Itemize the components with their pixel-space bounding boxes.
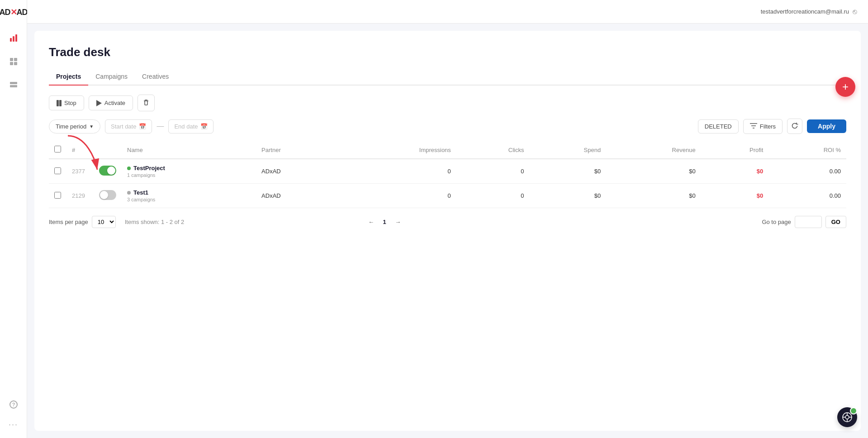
refresh-button[interactable] bbox=[787, 119, 802, 134]
row-checkbox-cell-1 bbox=[49, 184, 66, 208]
end-date-placeholder: End date bbox=[174, 123, 198, 130]
end-date-input[interactable]: End date 📅 bbox=[168, 119, 213, 133]
logo[interactable]: AD✕AD bbox=[0, 7, 28, 17]
row-partner-1: ADxAD bbox=[256, 184, 339, 208]
header-partner[interactable]: Partner bbox=[256, 141, 339, 159]
row-partner-0: ADxAD bbox=[256, 159, 339, 184]
time-period-filter[interactable]: Time period ▼ bbox=[49, 119, 100, 133]
go-to-page-label: Go to page bbox=[762, 219, 791, 225]
chevron-down-icon: ▼ bbox=[89, 124, 94, 129]
svg-rect-6 bbox=[14, 62, 17, 65]
row-roi-1: 0.00 bbox=[768, 184, 846, 208]
start-date-input[interactable]: Start date 📅 bbox=[105, 119, 152, 133]
items-per-page: Items per page 10 25 50 bbox=[49, 216, 116, 228]
row-profit-0: $0 bbox=[701, 159, 769, 184]
table-row: 2129 Test1 3 campaigns ADxAD 0 0 $0 $0 $… bbox=[49, 184, 846, 208]
svg-rect-5 bbox=[10, 62, 13, 65]
row-toggle-cell-1[interactable] bbox=[94, 184, 122, 208]
row-checkbox-1[interactable] bbox=[54, 192, 61, 199]
filters-label: Filters bbox=[760, 123, 776, 130]
header-revenue[interactable]: Revenue bbox=[606, 141, 701, 159]
tab-projects[interactable]: Projects bbox=[49, 68, 88, 86]
row-impressions-1: 0 bbox=[339, 184, 456, 208]
svg-rect-1 bbox=[13, 36, 14, 42]
tab-campaigns[interactable]: Campaigns bbox=[88, 68, 135, 86]
card-icon[interactable] bbox=[7, 79, 20, 91]
stop-button[interactable]: Stop bbox=[49, 95, 84, 110]
row-toggle-1[interactable] bbox=[99, 190, 116, 200]
row-revenue-1: $0 bbox=[606, 184, 701, 208]
trash-icon bbox=[142, 99, 150, 107]
go-to-page-input[interactable] bbox=[795, 216, 822, 228]
row-id-0: 2377 bbox=[66, 159, 94, 184]
header-checkbox-cell bbox=[49, 141, 66, 159]
go-to-page: Go to page GO bbox=[762, 216, 846, 228]
main-area: testadvertforcreationcam@mail.ru ⎋ Trade… bbox=[27, 0, 868, 438]
header-profit[interactable]: Profit bbox=[701, 141, 769, 159]
projects-table: # Name Partner Impressions Clicks Spend … bbox=[49, 141, 846, 208]
topbar: testadvertforcreationcam@mail.ru ⎋ bbox=[27, 0, 868, 24]
filter-bar: Time period ▼ Start date 📅 — End date 📅 … bbox=[49, 119, 846, 134]
row-checkbox-0[interactable] bbox=[54, 167, 61, 174]
start-date-placeholder: Start date bbox=[111, 123, 136, 130]
filter-right: DELETED Filters bbox=[698, 119, 846, 134]
header-impressions[interactable]: Impressions bbox=[339, 141, 456, 159]
row-sub-0: 1 campaigns bbox=[127, 172, 251, 178]
logo-text: AD bbox=[0, 8, 10, 17]
row-name-cell-1[interactable]: Test1 3 campaigns bbox=[122, 184, 256, 208]
table-row: 2377 TestProject 1 campaigns ADxAD 0 0 $… bbox=[49, 159, 846, 184]
calendar-end-icon: 📅 bbox=[200, 123, 208, 130]
select-all-checkbox[interactable] bbox=[54, 146, 61, 152]
next-page-button[interactable]: → bbox=[392, 215, 404, 228]
row-checkbox-cell-0 bbox=[49, 159, 66, 184]
support-button[interactable] bbox=[837, 407, 857, 427]
row-name-cell-0[interactable]: TestProject 1 campaigns bbox=[122, 159, 256, 184]
pagination: Items per page 10 25 50 Items shown: 1 -… bbox=[49, 215, 846, 228]
row-revenue-0: $0 bbox=[606, 159, 701, 184]
go-button[interactable]: GO bbox=[825, 216, 846, 228]
grid-icon[interactable] bbox=[7, 55, 20, 68]
user-info: testadvertforcreationcam@mail.ru ⎋ bbox=[761, 8, 857, 16]
calendar-icon: 📅 bbox=[139, 123, 146, 130]
add-project-button[interactable]: + bbox=[835, 77, 855, 97]
current-page[interactable]: 1 bbox=[383, 219, 386, 225]
go-label: GO bbox=[831, 219, 840, 225]
header-clicks[interactable]: Clicks bbox=[456, 141, 530, 159]
activate-button[interactable]: Activate bbox=[89, 95, 133, 110]
chart-icon[interactable] bbox=[7, 32, 20, 44]
row-clicks-1: 0 bbox=[456, 184, 530, 208]
content-area: Trade desk Projects Campaigns Creatives … bbox=[34, 31, 861, 431]
row-clicks-0: 0 bbox=[456, 159, 530, 184]
logout-icon[interactable]: ⎋ bbox=[853, 8, 857, 16]
table-body: 2377 TestProject 1 campaigns ADxAD 0 0 $… bbox=[49, 159, 846, 208]
delete-button[interactable] bbox=[138, 95, 155, 111]
deleted-label: DELETED bbox=[705, 123, 732, 130]
header-roi[interactable]: ROI % bbox=[768, 141, 846, 159]
apply-button[interactable]: Apply bbox=[807, 119, 846, 133]
row-profit-1: $0 bbox=[701, 184, 769, 208]
header-spend[interactable]: Spend bbox=[529, 141, 606, 159]
row-roi-0: 0.00 bbox=[768, 159, 846, 184]
row-spend-0: $0 bbox=[529, 159, 606, 184]
row-toggle-0[interactable] bbox=[99, 166, 116, 176]
more-icon[interactable]: ··· bbox=[7, 418, 20, 431]
svg-rect-2 bbox=[15, 34, 17, 42]
help-icon[interactable]: ? bbox=[7, 398, 20, 411]
apply-label: Apply bbox=[818, 123, 835, 130]
deleted-button[interactable]: DELETED bbox=[698, 119, 739, 133]
row-toggle-cell-0[interactable] bbox=[94, 159, 122, 184]
items-per-page-label: Items per page bbox=[49, 219, 88, 225]
header-name[interactable]: Name bbox=[122, 141, 256, 159]
items-per-page-select[interactable]: 10 25 50 bbox=[92, 216, 116, 228]
prev-page-button[interactable]: ← bbox=[365, 215, 378, 228]
table-header-row: # Name Partner Impressions Clicks Spend … bbox=[49, 141, 846, 159]
stop-label: Stop bbox=[64, 100, 76, 106]
filters-button[interactable]: Filters bbox=[743, 119, 783, 134]
activate-icon bbox=[96, 100, 102, 106]
tab-creatives[interactable]: Creatives bbox=[135, 68, 176, 86]
header-id: # bbox=[66, 141, 94, 159]
items-shown: Items shown: 1 - 2 of 2 bbox=[125, 219, 185, 225]
status-dot-0 bbox=[127, 167, 131, 170]
user-email: testadvertforcreationcam@mail.ru bbox=[761, 8, 849, 15]
row-spend-1: $0 bbox=[529, 184, 606, 208]
